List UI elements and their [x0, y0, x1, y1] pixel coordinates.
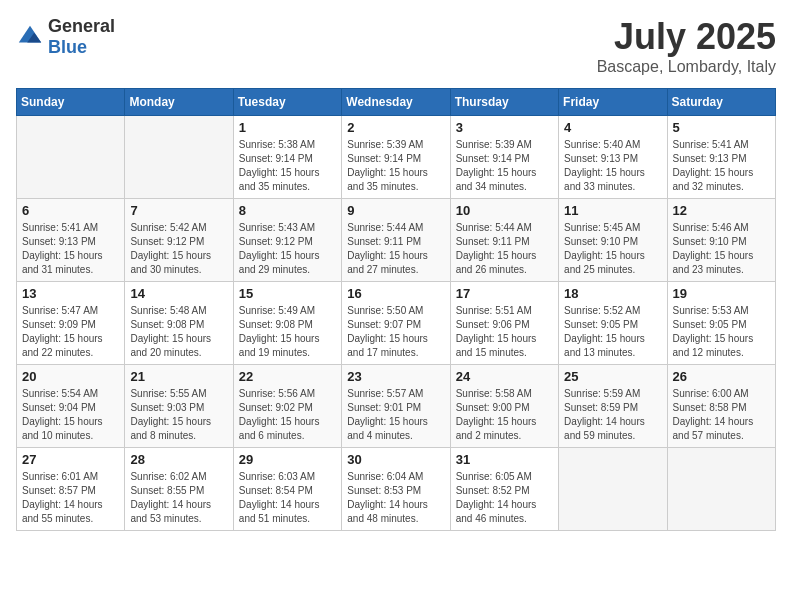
calendar-header-row: SundayMondayTuesdayWednesdayThursdayFrid… — [17, 89, 776, 116]
day-info: Sunrise: 5:41 AMSunset: 9:13 PMDaylight:… — [673, 138, 770, 194]
day-number: 3 — [456, 120, 553, 135]
day-number: 23 — [347, 369, 444, 384]
calendar-cell: 19Sunrise: 5:53 AMSunset: 9:05 PMDayligh… — [667, 282, 775, 365]
calendar-cell: 10Sunrise: 5:44 AMSunset: 9:11 PMDayligh… — [450, 199, 558, 282]
day-number: 4 — [564, 120, 661, 135]
day-info: Sunrise: 5:59 AMSunset: 8:59 PMDaylight:… — [564, 387, 661, 443]
day-info: Sunrise: 5:39 AMSunset: 9:14 PMDaylight:… — [456, 138, 553, 194]
calendar-cell: 29Sunrise: 6:03 AMSunset: 8:54 PMDayligh… — [233, 448, 341, 531]
calendar-cell: 18Sunrise: 5:52 AMSunset: 9:05 PMDayligh… — [559, 282, 667, 365]
calendar-cell — [125, 116, 233, 199]
month-title: July 2025 — [597, 16, 776, 58]
day-number: 16 — [347, 286, 444, 301]
calendar-cell: 24Sunrise: 5:58 AMSunset: 9:00 PMDayligh… — [450, 365, 558, 448]
calendar-cell: 22Sunrise: 5:56 AMSunset: 9:02 PMDayligh… — [233, 365, 341, 448]
day-info: Sunrise: 5:58 AMSunset: 9:00 PMDaylight:… — [456, 387, 553, 443]
day-info: Sunrise: 5:54 AMSunset: 9:04 PMDaylight:… — [22, 387, 119, 443]
day-number: 2 — [347, 120, 444, 135]
calendar-cell: 26Sunrise: 6:00 AMSunset: 8:58 PMDayligh… — [667, 365, 775, 448]
location-title: Bascape, Lombardy, Italy — [597, 58, 776, 76]
day-info: Sunrise: 5:40 AMSunset: 9:13 PMDaylight:… — [564, 138, 661, 194]
calendar-cell: 5Sunrise: 5:41 AMSunset: 9:13 PMDaylight… — [667, 116, 775, 199]
day-number: 19 — [673, 286, 770, 301]
calendar-cell: 7Sunrise: 5:42 AMSunset: 9:12 PMDaylight… — [125, 199, 233, 282]
day-number: 15 — [239, 286, 336, 301]
weekday-header: Tuesday — [233, 89, 341, 116]
day-number: 14 — [130, 286, 227, 301]
day-number: 29 — [239, 452, 336, 467]
weekday-header: Thursday — [450, 89, 558, 116]
day-number: 13 — [22, 286, 119, 301]
calendar-week-row: 27Sunrise: 6:01 AMSunset: 8:57 PMDayligh… — [17, 448, 776, 531]
day-number: 22 — [239, 369, 336, 384]
day-number: 1 — [239, 120, 336, 135]
day-info: Sunrise: 5:46 AMSunset: 9:10 PMDaylight:… — [673, 221, 770, 277]
calendar-cell: 4Sunrise: 5:40 AMSunset: 9:13 PMDaylight… — [559, 116, 667, 199]
calendar-cell: 14Sunrise: 5:48 AMSunset: 9:08 PMDayligh… — [125, 282, 233, 365]
calendar-cell: 20Sunrise: 5:54 AMSunset: 9:04 PMDayligh… — [17, 365, 125, 448]
weekday-header: Wednesday — [342, 89, 450, 116]
day-info: Sunrise: 5:44 AMSunset: 9:11 PMDaylight:… — [347, 221, 444, 277]
weekday-header: Sunday — [17, 89, 125, 116]
day-number: 17 — [456, 286, 553, 301]
day-number: 28 — [130, 452, 227, 467]
day-info: Sunrise: 5:52 AMSunset: 9:05 PMDaylight:… — [564, 304, 661, 360]
day-info: Sunrise: 5:56 AMSunset: 9:02 PMDaylight:… — [239, 387, 336, 443]
day-number: 6 — [22, 203, 119, 218]
calendar-cell: 8Sunrise: 5:43 AMSunset: 9:12 PMDaylight… — [233, 199, 341, 282]
calendar-cell: 30Sunrise: 6:04 AMSunset: 8:53 PMDayligh… — [342, 448, 450, 531]
day-info: Sunrise: 5:44 AMSunset: 9:11 PMDaylight:… — [456, 221, 553, 277]
calendar-cell — [17, 116, 125, 199]
calendar-cell: 16Sunrise: 5:50 AMSunset: 9:07 PMDayligh… — [342, 282, 450, 365]
day-info: Sunrise: 5:57 AMSunset: 9:01 PMDaylight:… — [347, 387, 444, 443]
day-number: 18 — [564, 286, 661, 301]
calendar-week-row: 20Sunrise: 5:54 AMSunset: 9:04 PMDayligh… — [17, 365, 776, 448]
calendar-cell: 28Sunrise: 6:02 AMSunset: 8:55 PMDayligh… — [125, 448, 233, 531]
calendar-cell: 17Sunrise: 5:51 AMSunset: 9:06 PMDayligh… — [450, 282, 558, 365]
weekday-header: Monday — [125, 89, 233, 116]
logo: General Blue — [16, 16, 115, 58]
calendar-cell: 31Sunrise: 6:05 AMSunset: 8:52 PMDayligh… — [450, 448, 558, 531]
day-info: Sunrise: 5:41 AMSunset: 9:13 PMDaylight:… — [22, 221, 119, 277]
calendar-cell — [559, 448, 667, 531]
calendar-cell: 11Sunrise: 5:45 AMSunset: 9:10 PMDayligh… — [559, 199, 667, 282]
calendar-cell: 13Sunrise: 5:47 AMSunset: 9:09 PMDayligh… — [17, 282, 125, 365]
day-info: Sunrise: 5:38 AMSunset: 9:14 PMDaylight:… — [239, 138, 336, 194]
day-info: Sunrise: 5:45 AMSunset: 9:10 PMDaylight:… — [564, 221, 661, 277]
logo-icon — [16, 23, 44, 51]
day-info: Sunrise: 5:48 AMSunset: 9:08 PMDaylight:… — [130, 304, 227, 360]
calendar-cell: 21Sunrise: 5:55 AMSunset: 9:03 PMDayligh… — [125, 365, 233, 448]
day-number: 10 — [456, 203, 553, 218]
calendar-cell: 27Sunrise: 6:01 AMSunset: 8:57 PMDayligh… — [17, 448, 125, 531]
day-number: 27 — [22, 452, 119, 467]
day-number: 9 — [347, 203, 444, 218]
day-number: 12 — [673, 203, 770, 218]
calendar-cell: 25Sunrise: 5:59 AMSunset: 8:59 PMDayligh… — [559, 365, 667, 448]
day-info: Sunrise: 6:01 AMSunset: 8:57 PMDaylight:… — [22, 470, 119, 526]
calendar-cell: 23Sunrise: 5:57 AMSunset: 9:01 PMDayligh… — [342, 365, 450, 448]
weekday-header: Friday — [559, 89, 667, 116]
calendar-cell: 9Sunrise: 5:44 AMSunset: 9:11 PMDaylight… — [342, 199, 450, 282]
calendar-week-row: 1Sunrise: 5:38 AMSunset: 9:14 PMDaylight… — [17, 116, 776, 199]
day-number: 5 — [673, 120, 770, 135]
day-info: Sunrise: 5:55 AMSunset: 9:03 PMDaylight:… — [130, 387, 227, 443]
day-info: Sunrise: 5:47 AMSunset: 9:09 PMDaylight:… — [22, 304, 119, 360]
day-number: 11 — [564, 203, 661, 218]
day-number: 26 — [673, 369, 770, 384]
day-number: 7 — [130, 203, 227, 218]
day-info: Sunrise: 5:43 AMSunset: 9:12 PMDaylight:… — [239, 221, 336, 277]
logo-general: General — [48, 16, 115, 36]
day-info: Sunrise: 5:39 AMSunset: 9:14 PMDaylight:… — [347, 138, 444, 194]
day-number: 30 — [347, 452, 444, 467]
logo-blue: Blue — [48, 37, 87, 57]
day-number: 31 — [456, 452, 553, 467]
calendar-table: SundayMondayTuesdayWednesdayThursdayFrid… — [16, 88, 776, 531]
day-info: Sunrise: 5:53 AMSunset: 9:05 PMDaylight:… — [673, 304, 770, 360]
day-info: Sunrise: 5:42 AMSunset: 9:12 PMDaylight:… — [130, 221, 227, 277]
day-info: Sunrise: 6:00 AMSunset: 8:58 PMDaylight:… — [673, 387, 770, 443]
calendar-cell: 1Sunrise: 5:38 AMSunset: 9:14 PMDaylight… — [233, 116, 341, 199]
day-info: Sunrise: 6:05 AMSunset: 8:52 PMDaylight:… — [456, 470, 553, 526]
day-number: 25 — [564, 369, 661, 384]
calendar-cell — [667, 448, 775, 531]
day-info: Sunrise: 6:03 AMSunset: 8:54 PMDaylight:… — [239, 470, 336, 526]
